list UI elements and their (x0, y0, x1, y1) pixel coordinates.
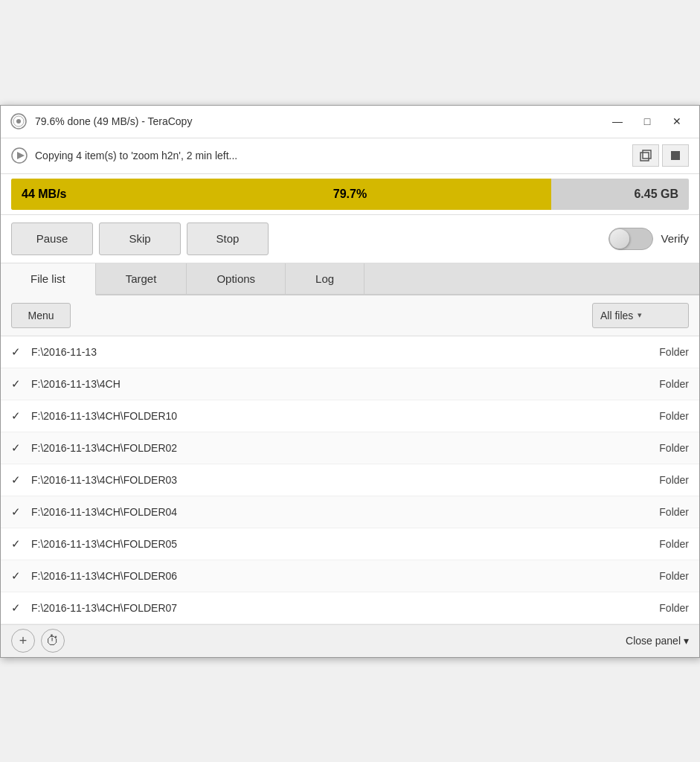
list-item[interactable]: ✓ F:\2016-11-13\4CH\FOLDER07 Folder (1, 592, 699, 624)
tab-options[interactable]: Options (187, 263, 286, 294)
svg-point-1 (16, 119, 21, 124)
check-icon: ✓ (11, 505, 21, 519)
list-item[interactable]: ✓ F:\2016-11-13\4CH\FOLDER10 Folder (1, 400, 699, 432)
menu-button[interactable]: Menu (11, 303, 71, 328)
file-path: F:\2016-11-13\4CH\FOLDER03 (31, 474, 629, 486)
window-controls: — □ ✕ (604, 111, 690, 132)
file-type: Folder (629, 506, 689, 518)
check-icon: ✓ (11, 601, 21, 615)
verify-label: Verify (661, 232, 689, 245)
svg-rect-7 (671, 151, 680, 160)
history-button[interactable]: ⏱ (41, 629, 65, 653)
svg-rect-6 (643, 150, 651, 159)
list-item[interactable]: ✓ F:\2016-11-13\4CH\FOLDER05 Folder (1, 528, 699, 560)
list-item[interactable]: ✓ F:\2016-11-13\4CH\FOLDER06 Folder (1, 560, 699, 592)
status-left: Copying 4 item(s) to 'zoom h2n', 2 min l… (11, 147, 237, 164)
tabs-row: File list Target Options Log (1, 263, 699, 295)
bottom-left-buttons: + ⏱ (11, 629, 65, 653)
progress-section: 44 MB/s 79.7% 6.45 GB (1, 174, 699, 215)
close-panel-label: Close panel (626, 635, 681, 647)
tab-file-list[interactable]: File list (1, 263, 96, 295)
maximize-button[interactable]: □ (634, 111, 661, 132)
progress-fill (11, 179, 551, 210)
file-type: Folder (629, 570, 689, 582)
toggle-knob (610, 229, 629, 249)
stop-small-icon (670, 150, 681, 161)
status-text: Copying 4 item(s) to 'zoom h2n', 2 min l… (35, 150, 237, 161)
progress-speed: 44 MB/s (22, 188, 66, 201)
status-icons (632, 144, 689, 167)
verify-toggle-switch[interactable] (609, 228, 653, 250)
tab-target[interactable]: Target (96, 263, 187, 294)
close-button[interactable]: ✕ (664, 111, 690, 132)
teracopy-window: 79.6% done (49 MB/s) - TeraCopy — □ ✕ Co… (0, 105, 700, 658)
file-type: Folder (629, 442, 689, 454)
add-icon: + (19, 633, 28, 649)
file-type: Folder (629, 602, 689, 614)
title-bar-left: 79.6% done (49 MB/s) - TeraCopy (10, 112, 192, 130)
file-type: Folder (629, 346, 689, 358)
close-panel-arrow-icon: ▾ (684, 635, 689, 647)
file-path: F:\2016-11-13\4CH\FOLDER07 (31, 602, 629, 614)
svg-marker-4 (17, 152, 25, 159)
minimize-button[interactable]: — (604, 111, 631, 132)
file-type: Folder (629, 538, 689, 550)
list-item[interactable]: ✓ F:\2016-11-13\4CH Folder (1, 368, 699, 400)
clone-icon (639, 149, 652, 162)
check-icon: ✓ (11, 345, 21, 359)
list-item[interactable]: ✓ F:\2016-11-13\4CH\FOLDER04 Folder (1, 496, 699, 528)
check-icon: ✓ (11, 473, 21, 487)
pause-button[interactable]: Pause (11, 222, 93, 255)
status-btn-b[interactable] (662, 144, 689, 167)
file-path: F:\2016-11-13\4CH\FOLDER10 (31, 410, 629, 422)
file-type: Folder (629, 378, 689, 390)
file-toolbar: Menu All files ▾ (1, 295, 699, 336)
list-item[interactable]: ✓ F:\2016-11-13 Folder (1, 336, 699, 368)
app-icon (10, 112, 28, 130)
tab-log[interactable]: Log (286, 263, 365, 294)
file-path: F:\2016-11-13\4CH (31, 378, 629, 390)
status-bar: Copying 4 item(s) to 'zoom h2n', 2 min l… (1, 138, 699, 174)
progress-size: 6.45 GB (634, 188, 678, 201)
file-path: F:\2016-11-13\4CH\FOLDER02 (31, 442, 629, 454)
list-item[interactable]: ✓ F:\2016-11-13\4CH\FOLDER02 Folder (1, 432, 699, 464)
check-icon: ✓ (11, 537, 21, 551)
file-type: Folder (629, 474, 689, 486)
file-path: F:\2016-11-13\4CH\FOLDER05 (31, 538, 629, 550)
filter-arrow-icon: ▾ (638, 310, 642, 320)
history-icon: ⏱ (46, 633, 60, 649)
check-icon: ✓ (11, 569, 21, 583)
file-path: F:\2016-11-13\4CH\FOLDER04 (31, 506, 629, 518)
file-path: F:\2016-11-13\4CH\FOLDER06 (31, 570, 629, 582)
status-btn-a[interactable] (632, 144, 659, 167)
progress-percent: 79.7% (333, 188, 367, 201)
svg-rect-5 (640, 153, 649, 161)
check-icon: ✓ (11, 377, 21, 391)
add-button[interactable]: + (11, 629, 35, 653)
bottom-bar: + ⏱ Close panel ▾ (1, 624, 699, 657)
title-bar: 79.6% done (49 MB/s) - TeraCopy — □ ✕ (1, 106, 699, 138)
close-panel-button[interactable]: Close panel ▾ (626, 635, 689, 647)
progress-bar: 44 MB/s 79.7% 6.45 GB (11, 179, 689, 210)
stop-button[interactable]: Stop (187, 222, 269, 255)
action-buttons-row: Pause Skip Stop Verify (1, 215, 699, 263)
list-item[interactable]: ✓ F:\2016-11-13\4CH\FOLDER03 Folder (1, 464, 699, 496)
file-path: F:\2016-11-13 (31, 346, 629, 358)
filter-label: All files (600, 310, 633, 321)
play-icon (11, 147, 28, 164)
file-list: ✓ F:\2016-11-13 Folder ✓ F:\2016-11-13\4… (1, 336, 699, 624)
check-icon: ✓ (11, 409, 21, 423)
verify-toggle-group: Verify (609, 228, 689, 250)
skip-button[interactable]: Skip (99, 222, 181, 255)
file-type: Folder (629, 410, 689, 422)
window-title: 79.6% done (49 MB/s) - TeraCopy (35, 115, 192, 127)
filter-select[interactable]: All files ▾ (592, 303, 689, 328)
check-icon: ✓ (11, 441, 21, 455)
